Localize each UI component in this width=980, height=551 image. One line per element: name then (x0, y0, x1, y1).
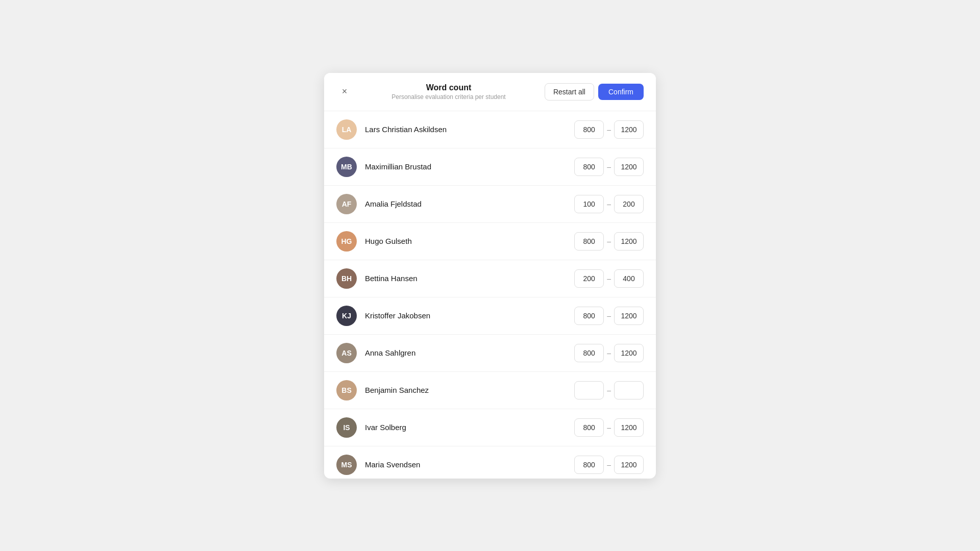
range-separator-icon: – (607, 386, 611, 394)
range-inputs: – (574, 269, 644, 288)
modal-subtitle: Personalise evaluation criteria per stud… (353, 93, 545, 101)
min-input[interactable] (574, 307, 604, 325)
range-separator-icon: – (607, 237, 611, 245)
student-name: Ivar Solberg (365, 423, 574, 432)
range-inputs: – (574, 195, 644, 213)
table-row: MS Maria Svendsen – (324, 446, 656, 479)
student-name: Kristoffer Jakobsen (365, 311, 574, 320)
student-name: Benjamin Sanchez (365, 386, 574, 394)
max-input[interactable] (614, 344, 644, 362)
student-name: Anna Sahlgren (365, 348, 574, 357)
avatar: AS (336, 343, 357, 363)
avatar: KJ (336, 306, 357, 326)
range-separator-icon: – (607, 423, 611, 432)
min-input[interactable] (574, 344, 604, 362)
table-row: BS Benjamin Sanchez – (324, 372, 656, 409)
range-inputs: – (574, 381, 644, 399)
modal-header: × Word count Personalise evaluation crit… (324, 73, 656, 111)
avatar: HG (336, 231, 357, 252)
range-inputs: – (574, 344, 644, 362)
max-input[interactable] (614, 120, 644, 139)
close-icon: × (342, 86, 348, 97)
min-input[interactable] (574, 381, 604, 399)
table-row: MB Maximillian Brustad – (324, 148, 656, 186)
max-input[interactable] (614, 381, 644, 399)
table-row: AF Amalia Fjeldstad – (324, 186, 656, 223)
avatar: MS (336, 455, 357, 475)
range-separator-icon: – (607, 312, 611, 320)
range-inputs: – (574, 120, 644, 139)
close-button[interactable]: × (336, 84, 353, 100)
restart-all-button[interactable]: Restart all (545, 83, 594, 101)
range-separator-icon: – (607, 274, 611, 283)
student-name: Maria Svendsen (365, 460, 574, 469)
modal-title: Word count (353, 83, 545, 92)
avatar: LA (336, 119, 357, 140)
table-row: BH Bettina Hansen – (324, 260, 656, 297)
student-name: Lars Christian Askildsen (365, 125, 574, 134)
table-row: AS Anna Sahlgren – (324, 335, 656, 372)
student-name: Bettina Hansen (365, 274, 574, 283)
avatar: IS (336, 417, 357, 438)
table-row: LA Lars Christian Askildsen – (324, 111, 656, 148)
min-input[interactable] (574, 418, 604, 437)
header-center: Word count Personalise evaluation criter… (353, 83, 545, 101)
range-inputs: – (574, 456, 644, 474)
range-inputs: – (574, 307, 644, 325)
student-name: Maximillian Brustad (365, 162, 574, 171)
range-separator-icon: – (607, 126, 611, 134)
avatar: AF (336, 194, 357, 214)
student-list: LA Lars Christian Askildsen – MB Maximil… (324, 111, 656, 479)
min-input[interactable] (574, 195, 604, 213)
range-separator-icon: – (607, 461, 611, 469)
avatar: MB (336, 157, 357, 177)
header-actions: Restart all Confirm (545, 83, 644, 101)
word-count-modal: × Word count Personalise evaluation crit… (324, 73, 656, 479)
max-input[interactable] (614, 307, 644, 325)
max-input[interactable] (614, 456, 644, 474)
student-name: Amalia Fjeldstad (365, 199, 574, 208)
range-separator-icon: – (607, 200, 611, 208)
min-input[interactable] (574, 269, 604, 288)
range-separator-icon: – (607, 349, 611, 357)
table-row: KJ Kristoffer Jakobsen – (324, 297, 656, 335)
min-input[interactable] (574, 232, 604, 251)
min-input[interactable] (574, 158, 604, 176)
avatar: BS (336, 380, 357, 400)
max-input[interactable] (614, 195, 644, 213)
range-inputs: – (574, 158, 644, 176)
student-name: Hugo Gulseth (365, 237, 574, 245)
min-input[interactable] (574, 120, 604, 139)
table-row: HG Hugo Gulseth – (324, 223, 656, 260)
max-input[interactable] (614, 232, 644, 251)
max-input[interactable] (614, 269, 644, 288)
avatar: BH (336, 268, 357, 289)
range-inputs: – (574, 418, 644, 437)
confirm-button[interactable]: Confirm (598, 84, 644, 100)
min-input[interactable] (574, 456, 604, 474)
max-input[interactable] (614, 418, 644, 437)
table-row: IS Ivar Solberg – (324, 409, 656, 446)
range-inputs: – (574, 232, 644, 251)
max-input[interactable] (614, 158, 644, 176)
range-separator-icon: – (607, 163, 611, 171)
